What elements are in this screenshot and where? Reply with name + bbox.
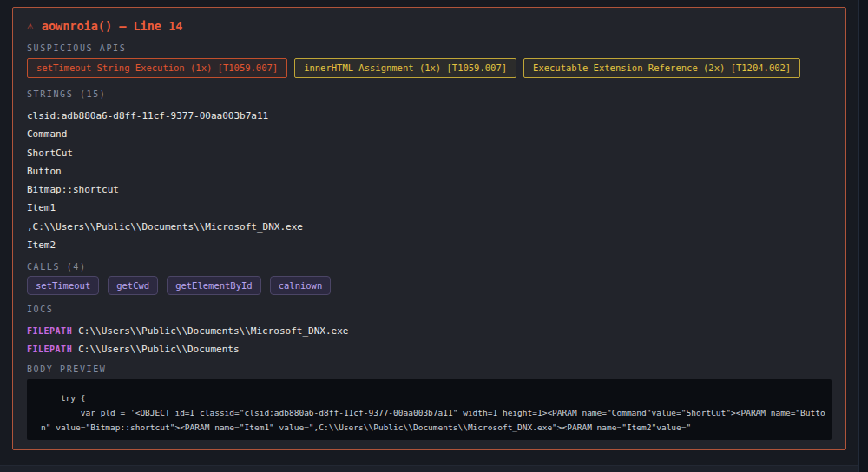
suspicious-apis-label: SUSPICIOUS APIS: [27, 43, 832, 54]
ioc-row: FILEPATHC:\\Users\\Public\\Documents: [27, 340, 832, 358]
calls-label: CALLS (4): [27, 262, 832, 272]
iocs-label: IOCS: [27, 305, 832, 315]
function-title-text: aownroia() — Line 14: [42, 19, 183, 33]
call-chip-getcwd[interactable]: getCwd: [108, 276, 158, 295]
calls-row: setTimeout getCwd getElementById calniow…: [27, 276, 832, 295]
body-preview-label: BODY PREVIEW: [27, 364, 832, 375]
string-item: Bitmap::shortcut: [27, 180, 832, 199]
ioc-type-badge: FILEPATH: [27, 326, 72, 336]
string-item: Button: [27, 162, 832, 180]
string-item: ShortCut: [27, 144, 832, 162]
string-item: Command: [27, 125, 832, 143]
function-detail-panel: ⚠ aownroia() — Line 14 SUSPICIOUS APIS s…: [12, 7, 846, 450]
string-item: clsid:adb880a6-d8ff-11cf-9377-00aa003b7a…: [27, 107, 832, 125]
iocs-list: FILEPATHC:\\Users\\Public\\Documents\\Mi…: [27, 322, 832, 358]
bottom-strip: [0, 465, 858, 472]
warning-icon: ⚠: [27, 19, 34, 33]
code-line: var pld = '<OBJECT id=I classid="clsid:a…: [41, 405, 818, 420]
ioc-type-badge: FILEPATH: [27, 344, 72, 354]
call-chip-calniown[interactable]: calniown: [270, 276, 332, 295]
ioc-value: C:\\Users\\Public\\Documents\\Microsoft_…: [78, 325, 348, 337]
code-line: n" value="Bitmap::shortcut"><PARAM name=…: [41, 420, 818, 435]
code-line: try {: [41, 390, 818, 405]
strings-list: clsid:adb880a6-d8ff-11cf-9377-00aa003b7a…: [27, 107, 832, 254]
api-badge-executable-extension[interactable]: Executable Extension Reference (2x) [T12…: [523, 58, 800, 78]
vertical-scrollbar[interactable]: [858, 0, 868, 472]
panel-title: ⚠ aownroia() — Line 14: [27, 19, 832, 33]
api-badge-innerhtml[interactable]: innerHTML Assignment (1x) [T1059.007]: [294, 58, 516, 78]
string-item: Item1: [27, 199, 832, 217]
string-item: ,C:\\Users\\Public\\Documents\\Microsoft…: [27, 218, 832, 236]
call-chip-getelementbyid[interactable]: getElementById: [167, 276, 261, 295]
string-item: Item2: [27, 236, 832, 254]
ioc-value: C:\\Users\\Public\\Documents: [78, 344, 239, 355]
body-preview-code: try { var pld = '<OBJECT id=I classid="c…: [27, 379, 832, 440]
strings-label: STRINGS (15): [27, 89, 832, 100]
api-badge-settimeout[interactable]: setTimeout String Execution (1x) [T1059.…: [27, 58, 287, 78]
call-chip-settimeout[interactable]: setTimeout: [27, 276, 99, 295]
suspicious-apis-row: setTimeout String Execution (1x) [T1059.…: [27, 58, 832, 78]
ioc-row: FILEPATHC:\\Users\\Public\\Documents\\Mi…: [27, 322, 832, 340]
